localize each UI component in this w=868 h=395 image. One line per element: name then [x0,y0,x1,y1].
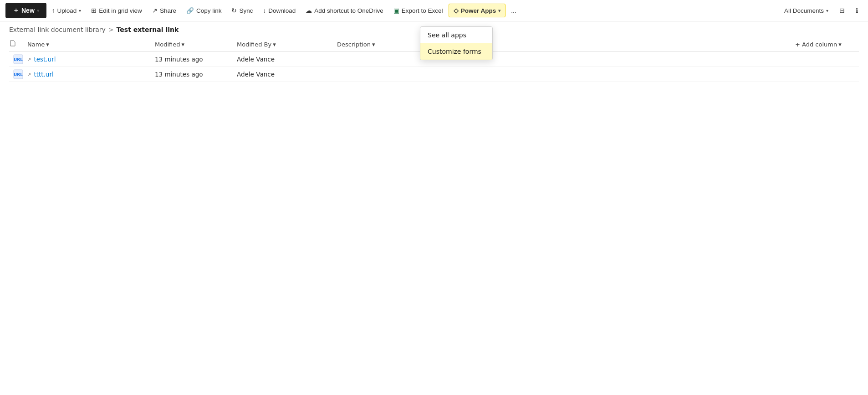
shortcut-label: Add shortcut to OneDrive [314,7,383,14]
share-button[interactable]: ↗ Share [148,4,181,17]
filter-button[interactable]: ⊟ [835,4,849,17]
power-apps-button[interactable]: ◇ Power Apps ▾ [449,4,506,17]
svg-text:URL: URL [14,72,23,77]
edit-grid-label: Edit in grid view [99,7,142,14]
customize-forms-item[interactable]: Customize forms [420,43,492,60]
see-all-apps-item[interactable]: See all apps [420,27,492,43]
header-description-label: Description [337,41,371,48]
new-button-label: New [21,7,35,14]
filter-icon: ⊟ [839,7,845,14]
header-modified-by-label: Modified By [237,41,271,48]
excel-icon: ▣ [393,7,399,14]
export-button[interactable]: ▣ Export to Excel [389,4,448,17]
link-icon: 🔗 [186,7,194,14]
file-modified-2: 13 minutes ago [155,71,237,78]
header-modified-by-sort-icon: ▾ [273,41,276,48]
file-ext-indicator-2: ↗ [27,72,31,77]
upload-icon: ↑ [52,7,55,14]
upload-button[interactable]: ↑ Upload ▾ [47,5,86,17]
upload-chevron-icon: ▾ [79,8,81,13]
copy-link-button[interactable]: 🔗 Copy link [182,4,226,17]
toolbar: ＋ New ▾ ↑ Upload ▾ ⊞ Edit in grid view ↗… [0,0,868,21]
plus-icon: ＋ [13,6,19,15]
power-apps-dropdown: See all apps Customize forms [420,26,493,60]
header-name[interactable]: Name ▾ [27,41,155,48]
url-file-icon-2: URL [13,69,23,79]
sync-icon: ↻ [231,7,237,14]
header-add-col-chevron: ▾ [838,41,842,48]
file-name-cell-1[interactable]: ↗ test.url [27,56,155,63]
download-button[interactable]: ↓ Download [258,5,300,17]
onedrive-icon: ☁ [306,7,312,14]
header-modified-by[interactable]: Modified By ▾ [237,41,337,48]
all-docs-label: All Documents [784,7,824,14]
url-file-icon: URL [13,54,23,64]
file-name-2: tttt.url [34,71,53,78]
more-button[interactable]: ... [506,5,521,17]
power-apps-icon: ◇ [454,7,459,14]
file-modified-by-2: Adele Vance [237,71,337,78]
file-modified-1: 13 minutes ago [155,56,237,63]
all-docs-chevron-icon: ▾ [826,8,828,13]
table-row: URL ↗ tttt.url 13 minutes ago Adele Vanc… [9,67,859,82]
power-apps-label: Power Apps [461,7,496,14]
grid-icon: ⊞ [91,7,97,14]
header-modified-label: Modified [155,41,180,48]
header-add-column[interactable]: + Add column ▾ [795,41,859,48]
info-button[interactable]: ℹ [851,4,863,17]
breadcrumb-current: Test external link [117,26,179,33]
breadcrumb-parent[interactable]: External link document library [9,26,106,33]
all-documents-button[interactable]: All Documents ▾ [780,5,833,17]
share-label: Share [160,7,176,14]
file-modified-by-1: Adele Vance [237,56,337,63]
upload-label: Upload [57,7,77,14]
header-description[interactable]: Description ▾ [337,41,795,48]
header-add-column-label: + Add column [795,41,837,48]
new-button[interactable]: ＋ New ▾ [5,3,46,18]
share-icon: ↗ [152,7,158,14]
new-chevron-icon: ▾ [37,8,39,13]
file-name-1: test.url [34,56,56,63]
export-label: Export to Excel [402,7,443,14]
download-label: Download [268,7,296,14]
header-icon-col [9,40,27,49]
svg-text:URL: URL [14,57,23,62]
breadcrumb-separator: > [108,26,114,33]
file-icon-cell-2: URL [9,69,27,79]
copy-link-label: Copy link [196,7,222,14]
more-icon: ... [511,7,516,14]
sync-button[interactable]: ↻ Sync [227,4,257,17]
header-name-label: Name [27,41,45,48]
header-description-sort-icon: ▾ [372,41,375,48]
power-apps-chevron-icon: ▾ [498,8,500,13]
file-name-cell-2[interactable]: ↗ tttt.url [27,71,155,78]
shortcut-button[interactable]: ☁ Add shortcut to OneDrive [301,4,388,17]
info-icon: ℹ [856,7,858,14]
file-icon-cell: URL [9,54,27,64]
header-modified-sort-icon: ▾ [181,41,184,48]
toolbar-right: All Documents ▾ ⊟ ℹ [780,4,863,17]
header-name-sort-icon: ▾ [46,41,49,48]
header-modified[interactable]: Modified ▾ [155,41,237,48]
sync-label: Sync [239,7,253,14]
edit-grid-button[interactable]: ⊞ Edit in grid view [87,4,147,17]
download-icon: ↓ [263,7,266,14]
file-ext-indicator-1: ↗ [27,57,31,62]
